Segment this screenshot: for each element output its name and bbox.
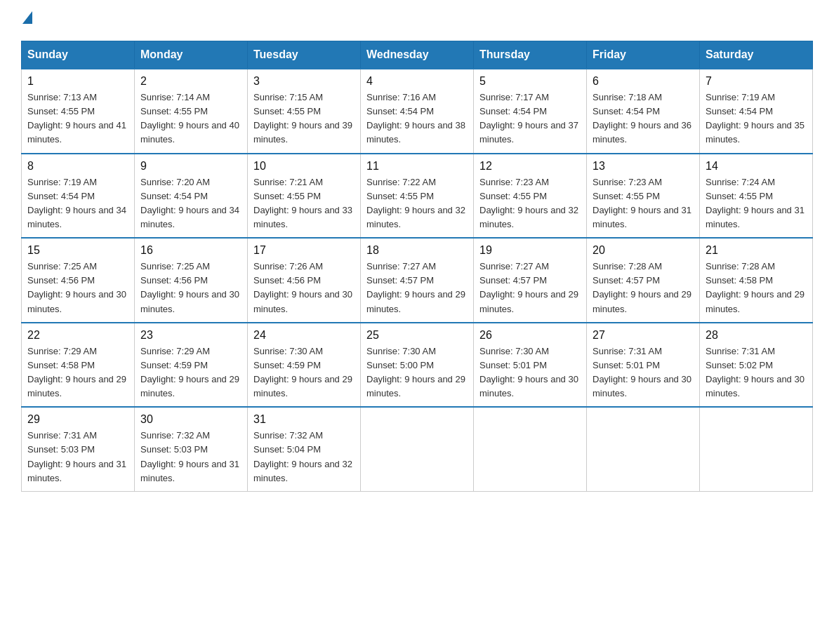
- day-number: 4: [366, 75, 468, 88]
- week-row-2: 8Sunrise: 7:19 AMSunset: 4:54 PMDaylight…: [22, 154, 813, 239]
- calendar-cell: 2Sunrise: 7:14 AMSunset: 4:55 PMDaylight…: [135, 69, 248, 154]
- calendar-cell: 31Sunrise: 7:32 AMSunset: 5:04 PMDayligh…: [248, 407, 361, 491]
- calendar-cell: 22Sunrise: 7:29 AMSunset: 4:58 PMDayligh…: [22, 323, 135, 408]
- calendar-cell: 24Sunrise: 7:30 AMSunset: 4:59 PMDayligh…: [248, 323, 361, 408]
- calendar-cell: 10Sunrise: 7:21 AMSunset: 4:55 PMDayligh…: [248, 154, 361, 239]
- day-number: 21: [706, 244, 807, 257]
- day-number: 22: [27, 329, 128, 342]
- day-number: 2: [140, 75, 241, 88]
- calendar-cell: [587, 407, 700, 491]
- day-info: Sunrise: 7:27 AMSunset: 4:57 PMDaylight:…: [479, 260, 581, 316]
- header-cell-friday: Friday: [587, 41, 700, 69]
- day-info: Sunrise: 7:32 AMSunset: 5:04 PMDaylight:…: [253, 429, 355, 485]
- day-info: Sunrise: 7:32 AMSunset: 5:03 PMDaylight:…: [140, 429, 241, 485]
- day-number: 19: [479, 244, 581, 257]
- day-number: 13: [593, 160, 694, 173]
- day-info: Sunrise: 7:17 AMSunset: 4:54 PMDaylight:…: [479, 90, 581, 147]
- week-row-5: 29Sunrise: 7:31 AMSunset: 5:03 PMDayligh…: [22, 407, 813, 491]
- day-info: Sunrise: 7:16 AMSunset: 4:54 PMDaylight:…: [366, 90, 468, 147]
- day-number: 28: [706, 329, 807, 342]
- calendar-cell: 15Sunrise: 7:25 AMSunset: 4:56 PMDayligh…: [22, 238, 135, 323]
- day-info: Sunrise: 7:30 AMSunset: 4:59 PMDaylight:…: [253, 344, 355, 401]
- day-number: 7: [706, 75, 807, 88]
- calendar-cell: 4Sunrise: 7:16 AMSunset: 4:54 PMDaylight…: [361, 69, 474, 154]
- day-number: 3: [253, 75, 355, 88]
- day-info: Sunrise: 7:18 AMSunset: 4:54 PMDaylight:…: [593, 90, 694, 147]
- day-info: Sunrise: 7:31 AMSunset: 5:01 PMDaylight:…: [593, 344, 694, 401]
- day-number: 9: [140, 160, 241, 173]
- day-info: Sunrise: 7:28 AMSunset: 4:57 PMDaylight:…: [593, 260, 694, 316]
- day-info: Sunrise: 7:29 AMSunset: 4:59 PMDaylight:…: [140, 344, 241, 401]
- day-info: Sunrise: 7:25 AMSunset: 4:56 PMDaylight:…: [27, 260, 128, 316]
- day-info: Sunrise: 7:19 AMSunset: 4:54 PMDaylight:…: [706, 90, 807, 147]
- calendar-cell: [474, 407, 587, 491]
- day-number: 6: [593, 75, 694, 88]
- header-cell-saturday: Saturday: [700, 41, 813, 69]
- day-number: 30: [140, 413, 241, 426]
- day-number: 29: [27, 413, 128, 426]
- day-info: Sunrise: 7:26 AMSunset: 4:56 PMDaylight:…: [253, 260, 355, 316]
- day-info: Sunrise: 7:19 AMSunset: 4:54 PMDaylight:…: [27, 175, 128, 232]
- calendar-cell: [361, 407, 474, 491]
- calendar-cell: 30Sunrise: 7:32 AMSunset: 5:03 PMDayligh…: [135, 407, 248, 491]
- day-number: 27: [593, 329, 694, 342]
- day-info: Sunrise: 7:14 AMSunset: 4:55 PMDaylight:…: [140, 90, 241, 147]
- calendar-cell: 23Sunrise: 7:29 AMSunset: 4:59 PMDayligh…: [135, 323, 248, 408]
- calendar-cell: 26Sunrise: 7:30 AMSunset: 5:01 PMDayligh…: [474, 323, 587, 408]
- calendar-cell: 7Sunrise: 7:19 AMSunset: 4:54 PMDaylight…: [700, 69, 813, 154]
- header-cell-sunday: Sunday: [22, 41, 135, 69]
- calendar-table: SundayMondayTuesdayWednesdayThursdayFrid…: [21, 41, 813, 492]
- calendar-cell: 3Sunrise: 7:15 AMSunset: 4:55 PMDaylight…: [248, 69, 361, 154]
- calendar-cell: 5Sunrise: 7:17 AMSunset: 4:54 PMDaylight…: [474, 69, 587, 154]
- day-number: 24: [253, 329, 355, 342]
- day-info: Sunrise: 7:30 AMSunset: 5:00 PMDaylight:…: [366, 344, 468, 401]
- day-info: Sunrise: 7:31 AMSunset: 5:02 PMDaylight:…: [706, 344, 807, 401]
- day-number: 11: [366, 160, 468, 173]
- day-info: Sunrise: 7:22 AMSunset: 4:55 PMDaylight:…: [366, 175, 468, 232]
- day-number: 15: [27, 244, 128, 257]
- header-cell-monday: Monday: [135, 41, 248, 69]
- day-number: 5: [479, 75, 581, 88]
- calendar-cell: 12Sunrise: 7:23 AMSunset: 4:55 PMDayligh…: [474, 154, 587, 239]
- day-info: Sunrise: 7:30 AMSunset: 5:01 PMDaylight:…: [479, 344, 581, 401]
- calendar-cell: 11Sunrise: 7:22 AMSunset: 4:55 PMDayligh…: [361, 154, 474, 239]
- calendar-cell: 21Sunrise: 7:28 AMSunset: 4:58 PMDayligh…: [700, 238, 813, 323]
- logo: [21, 14, 32, 27]
- calendar-cell: 29Sunrise: 7:31 AMSunset: 5:03 PMDayligh…: [22, 407, 135, 491]
- logo-triangle-icon: [22, 11, 32, 24]
- week-row-3: 15Sunrise: 7:25 AMSunset: 4:56 PMDayligh…: [22, 238, 813, 323]
- day-info: Sunrise: 7:29 AMSunset: 4:58 PMDaylight:…: [27, 344, 128, 401]
- calendar-cell: 25Sunrise: 7:30 AMSunset: 5:00 PMDayligh…: [361, 323, 474, 408]
- header-cell-tuesday: Tuesday: [248, 41, 361, 69]
- day-info: Sunrise: 7:13 AMSunset: 4:55 PMDaylight:…: [27, 90, 128, 147]
- day-number: 12: [479, 160, 581, 173]
- day-info: Sunrise: 7:25 AMSunset: 4:56 PMDaylight:…: [140, 260, 241, 316]
- day-number: 10: [253, 160, 355, 173]
- calendar-cell: 8Sunrise: 7:19 AMSunset: 4:54 PMDaylight…: [22, 154, 135, 239]
- calendar-cell: 20Sunrise: 7:28 AMSunset: 4:57 PMDayligh…: [587, 238, 700, 323]
- calendar-cell: 13Sunrise: 7:23 AMSunset: 4:55 PMDayligh…: [587, 154, 700, 239]
- calendar-body: 1Sunrise: 7:13 AMSunset: 4:55 PMDaylight…: [22, 69, 813, 491]
- page-header: [21, 14, 813, 27]
- day-number: 1: [27, 75, 128, 88]
- calendar-cell: 17Sunrise: 7:26 AMSunset: 4:56 PMDayligh…: [248, 238, 361, 323]
- calendar-cell: 19Sunrise: 7:27 AMSunset: 4:57 PMDayligh…: [474, 238, 587, 323]
- header-row: SundayMondayTuesdayWednesdayThursdayFrid…: [22, 41, 813, 69]
- calendar-cell: 14Sunrise: 7:24 AMSunset: 4:55 PMDayligh…: [700, 154, 813, 239]
- day-info: Sunrise: 7:21 AMSunset: 4:55 PMDaylight:…: [253, 175, 355, 232]
- day-number: 25: [366, 329, 468, 342]
- calendar-cell: 28Sunrise: 7:31 AMSunset: 5:02 PMDayligh…: [700, 323, 813, 408]
- calendar-cell: 9Sunrise: 7:20 AMSunset: 4:54 PMDaylight…: [135, 154, 248, 239]
- day-number: 23: [140, 329, 241, 342]
- calendar-cell: 6Sunrise: 7:18 AMSunset: 4:54 PMDaylight…: [587, 69, 700, 154]
- calendar-header: SundayMondayTuesdayWednesdayThursdayFrid…: [22, 41, 813, 69]
- day-info: Sunrise: 7:20 AMSunset: 4:54 PMDaylight:…: [140, 175, 241, 232]
- day-info: Sunrise: 7:28 AMSunset: 4:58 PMDaylight:…: [706, 260, 807, 316]
- calendar-cell: 18Sunrise: 7:27 AMSunset: 4:57 PMDayligh…: [361, 238, 474, 323]
- calendar-cell: [700, 407, 813, 491]
- week-row-4: 22Sunrise: 7:29 AMSunset: 4:58 PMDayligh…: [22, 323, 813, 408]
- day-number: 8: [27, 160, 128, 173]
- day-info: Sunrise: 7:23 AMSunset: 4:55 PMDaylight:…: [479, 175, 581, 232]
- calendar-cell: 1Sunrise: 7:13 AMSunset: 4:55 PMDaylight…: [22, 69, 135, 154]
- header-cell-thursday: Thursday: [474, 41, 587, 69]
